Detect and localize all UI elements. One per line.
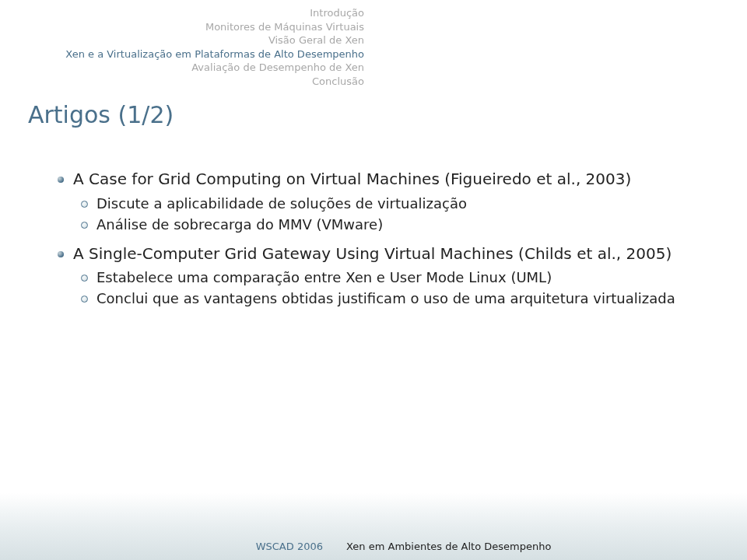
nav-item: Introdução — [56, 6, 364, 20]
bullet-level1: A Case for Grid Computing on Virtual Mac… — [56, 170, 693, 190]
bullet-group: A Case for Grid Computing on Virtual Mac… — [56, 170, 693, 233]
bullet-level2: Análise de sobrecarga do MMV (VMware) — [79, 215, 693, 233]
nav-item: Monitores de Máquinas Virtuais — [56, 20, 364, 34]
nav-item: Conclusão — [56, 75, 364, 89]
nav-sections: Introdução Monitores de Máquinas Virtuai… — [56, 6, 364, 88]
nav-item: Avaliação de Desempenho de Xen — [56, 61, 364, 75]
bullet-level2: Estabelece uma comparação entre Xen e Us… — [79, 268, 693, 286]
slide-content: A Case for Grid Computing on Virtual Mac… — [56, 170, 693, 318]
bullet-level1: A Single-Computer Grid Gateway Using Vir… — [56, 244, 693, 264]
nav-item: Visão Geral de Xen — [56, 33, 364, 47]
bullet-group: A Single-Computer Grid Gateway Using Vir… — [56, 244, 693, 308]
footer: WSCAD 2006 Xen em Ambientes de Alto Dese… — [0, 541, 747, 552]
bullet-level2: Conclui que as vantagens obtidas justifi… — [79, 289, 693, 307]
footer-title: Xen em Ambientes de Alto Desempenho — [346, 541, 658, 552]
slide-title: Artigos (1/2) — [28, 101, 174, 128]
bullet-level2: Discute a aplicabilidade de soluções de … — [79, 194, 693, 212]
footer-event: WSCAD 2006 — [89, 541, 323, 552]
nav-item-active: Xen e a Virtualização em Plataformas de … — [56, 47, 364, 61]
slide: Introdução Monitores de Máquinas Virtuai… — [0, 0, 747, 560]
